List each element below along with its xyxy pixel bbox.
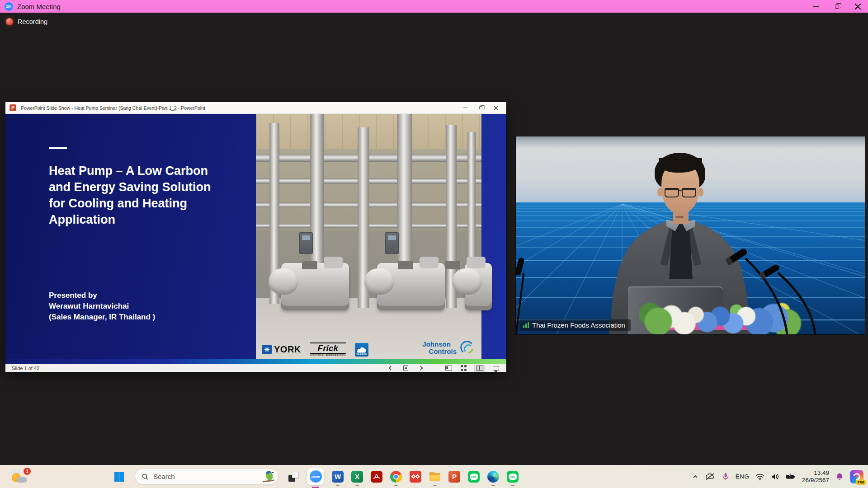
controls-line: Controls (422, 348, 457, 355)
recording-dot-icon (6, 18, 13, 25)
annotation-pen-button[interactable] (401, 365, 410, 372)
polar-bear-icon (357, 347, 366, 353)
running-indicator (336, 485, 340, 486)
onedrive-status[interactable] (705, 470, 716, 483)
control-cabinet (299, 232, 313, 254)
compressor-unit (377, 263, 445, 310)
recording-indicator: Recording (6, 18, 47, 25)
tray-expand-button[interactable] (692, 470, 698, 483)
diamond-app-icon (410, 471, 421, 483)
powerpoint-icon: P (448, 471, 460, 483)
taskbar: 1 zoom W X (0, 465, 868, 488)
frick-subtitle: INDUSTRIAL REFRIGERATION (310, 354, 346, 357)
display-settings-button[interactable] (492, 365, 500, 372)
taskbar-icon-diamond-app[interactable] (410, 471, 421, 483)
slide-accent-dash (49, 147, 67, 149)
york-wordmark: YORK (274, 344, 301, 355)
taskbar-apps: zoom W X (288, 465, 519, 488)
powerpoint-titlebar: P PowerPoint Slide Show - Heat Pump Semi… (5, 102, 506, 114)
taskbar-icon-edge[interactable] (487, 471, 499, 483)
search-icon (142, 473, 149, 480)
pen-icon (403, 365, 408, 371)
squares-app-icon (292, 472, 298, 478)
taskbar-icon-chrome[interactable] (390, 471, 402, 483)
search-daily-image (262, 469, 276, 484)
previous-slide-button[interactable] (387, 365, 395, 372)
search-box[interactable] (135, 469, 278, 484)
acrobat-icon (371, 471, 382, 483)
powerpoint-app-icon: P (9, 104, 16, 111)
language-indicator[interactable]: ENG (736, 470, 749, 483)
wifi-status[interactable] (755, 470, 764, 483)
control-cabinet (385, 232, 399, 254)
powerpoint-restore-button[interactable] (473, 103, 488, 113)
participant-video-tile[interactable]: Thai Frozen Foods Association (516, 136, 865, 334)
speaker-icon (771, 473, 779, 480)
compressor-unit (281, 263, 349, 310)
restore-button[interactable] (826, 0, 847, 13)
onedrive-cloud-slash-icon (705, 473, 716, 481)
presented-by-label: Presented by (49, 290, 155, 301)
taskbar-icon-file-explorer[interactable] (429, 471, 441, 483)
windows-logo-icon (114, 472, 124, 482)
bell-icon (835, 473, 844, 481)
folder-icon (429, 471, 441, 483)
bar (523, 325, 524, 328)
johnson-controls-swirl-icon (460, 340, 475, 356)
volume-status[interactable] (771, 470, 779, 483)
taskbar-icon-line-2[interactable]: LINE (507, 471, 519, 483)
powerpoint-window: P PowerPoint Slide Show - Heat Pump Semi… (5, 102, 506, 372)
start-button[interactable] (112, 470, 126, 483)
diamond-glyph (415, 474, 420, 479)
powerpoint-minimize-button[interactable] (458, 103, 473, 113)
running-indicator (434, 485, 437, 486)
restore-icon (479, 106, 482, 109)
restore-icon (835, 5, 839, 9)
chevron-up-icon (692, 474, 698, 480)
see-all-slides-button[interactable] (459, 365, 467, 372)
zoom-app-icon: zm (5, 2, 13, 11)
presentation-slide[interactable]: Heat Pump – A Low Carbon and Energy Savi… (5, 114, 506, 364)
search-input[interactable] (153, 473, 262, 480)
taskbar-icon-squares-app[interactable] (288, 471, 299, 483)
taskbar-icon-word[interactable]: W (332, 471, 344, 483)
battery-status[interactable] (786, 470, 796, 483)
running-indicator (395, 485, 398, 486)
copilot-button[interactable]: PRE (850, 470, 863, 483)
frick-wordmark: Frick (310, 343, 346, 354)
johnson-line: Johnson (422, 341, 457, 348)
word-icon: W (332, 471, 344, 483)
flower-arrangement (639, 302, 802, 334)
clock-tray[interactable]: 13:49 26/9/2567 (802, 470, 829, 483)
weather-widget[interactable]: 1 (11, 468, 32, 485)
minimize-button[interactable] (806, 0, 826, 13)
powerpoint-window-title: PowerPoint Slide Show - Heat Pump Semina… (21, 105, 205, 111)
compressor-unit (465, 263, 492, 310)
taskbar-icon-acrobat[interactable] (371, 471, 382, 483)
taskbar-icon-line[interactable]: LINE (468, 471, 480, 483)
book-icon (476, 366, 483, 371)
presenter-mouth (675, 216, 684, 218)
taskbar-icon-powerpoint[interactable]: P (448, 471, 460, 483)
presenter-ear (698, 188, 703, 197)
window-controls (806, 0, 868, 13)
microphone-status[interactable] (722, 470, 729, 483)
chevron-right-icon (418, 366, 423, 371)
notification-bell[interactable] (835, 470, 844, 483)
close-button[interactable] (847, 0, 868, 13)
line-icon: LINE (507, 471, 519, 483)
bird-icon (265, 470, 274, 481)
minimize-icon (463, 108, 467, 108)
notes-view-button[interactable] (444, 365, 453, 372)
sabroe-wordmark: SABROE (356, 353, 367, 356)
taskbar-icon-zoom[interactable]: zoom (307, 468, 324, 485)
reading-view-button[interactable] (474, 365, 485, 372)
monitor-icon (493, 366, 499, 371)
taskbar-icon-excel[interactable]: X (351, 471, 363, 483)
powerpoint-close-button[interactable] (488, 103, 504, 113)
presenter-shirt (669, 221, 693, 279)
presenter-name: Werawut Harntavichai (49, 301, 155, 312)
microphone-icon (722, 473, 729, 481)
next-slide-button[interactable] (416, 365, 425, 372)
recording-label: Recording (18, 18, 47, 25)
